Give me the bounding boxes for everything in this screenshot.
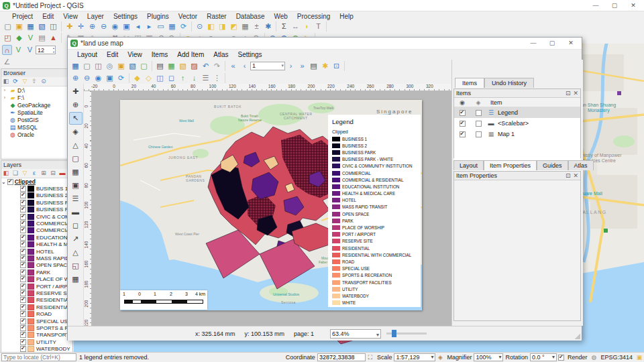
save-project-as-icon[interactable]: ▧ (37, 21, 47, 32)
zoom-out-icon[interactable]: ⊖ (99, 21, 109, 32)
layer-row[interactable]: RESIDENTIAL (1, 297, 72, 304)
minimize-icon[interactable]: — (524, 38, 543, 49)
browser-item[interactable]: › ▰ F:\ (1, 94, 72, 101)
item-lock-checkbox[interactable] (476, 131, 482, 137)
zoom-last-icon[interactable]: ◂ (133, 21, 143, 32)
add-legend-icon[interactable]: ☰ (69, 192, 83, 205)
tab-undo-history[interactable]: Undo History (484, 78, 534, 88)
layer-row[interactable]: UTILITY (1, 339, 72, 345)
layer-row[interactable]: RESIDENTIAL WITH COMMERCIAL (1, 304, 72, 310)
menu-item[interactable]: Layer (83, 13, 109, 20)
menu-item[interactable]: Items (147, 51, 172, 58)
refresh-icon[interactable]: ⟳ (178, 21, 189, 32)
layer-row[interactable]: BUSINESS 2 (1, 192, 72, 199)
menu-item[interactable]: Database (231, 13, 270, 20)
close-icon[interactable]: ✕ (561, 38, 580, 49)
menu-item[interactable]: Plugins (142, 13, 174, 20)
main-titlebar[interactable]: Q *Untitled Project - QGIS —▢✕ (0, 0, 644, 11)
tab-atlas[interactable]: Atlas (568, 160, 594, 170)
layer-row[interactable]: OPEN SPACE (1, 262, 72, 269)
legend-item[interactable]: Legend Clipped BUSINESS 1 BUSIN (328, 115, 421, 307)
layer-row[interactable]: HOTEL (1, 248, 72, 255)
layout-zoom-slider[interactable] (386, 333, 427, 335)
lock-items-icon[interactable]: ◆ (132, 73, 142, 83)
ungroup-items-icon[interactable]: ◻ (166, 73, 176, 83)
browser-item[interactable]: ◍ Oracle (1, 131, 72, 138)
layer-visibility-checkbox[interactable] (20, 214, 26, 220)
add-pages-icon[interactable]: ▢ (139, 61, 149, 71)
deselect-features-icon[interactable]: ◨ (217, 21, 227, 32)
scale-combo[interactable]: 1:57,129 (394, 353, 435, 361)
layer-row[interactable]: PLACE OF WORSHIP (1, 276, 72, 282)
layer-row[interactable]: SPORTS & RECREATION (1, 324, 72, 331)
new-project-icon[interactable]: ▢ (3, 21, 13, 32)
layer-visibility-checkbox[interactable] (20, 235, 26, 241)
lock-scale-icon[interactable]: ◈ (436, 353, 444, 361)
layer-visibility-checkbox[interactable] (20, 206, 26, 213)
layer-visibility-checkbox[interactable] (20, 262, 26, 268)
layer-visibility-checkbox[interactable] (20, 227, 26, 233)
float-panel-icon[interactable]: ⊡ (566, 172, 571, 179)
identify-features-icon[interactable]: ⊙ (195, 21, 205, 32)
text-annotation-icon[interactable]: T (313, 21, 323, 32)
pan-layout-icon[interactable]: ✚ (69, 85, 83, 98)
layer-row[interactable]: PARK (1, 269, 72, 276)
layer-row[interactable]: ROAD (1, 310, 72, 317)
layer-visibility-checkbox[interactable] (20, 200, 26, 206)
refresh-browser-icon[interactable]: ⟳ (11, 77, 19, 85)
add-node-item-icon[interactable]: △ (69, 246, 83, 259)
close-panel-icon[interactable]: ✕ (573, 172, 578, 179)
properties-widget-icon[interactable]: ⊙ (40, 77, 48, 85)
layer-row[interactable]: PORT / AIRPORT (1, 283, 72, 290)
layer-visibility-checkbox[interactable] (20, 241, 26, 247)
layout-canvas[interactable]: TreeTop Walk CENTRAL WATER CATCHMENT BUK… (92, 91, 451, 326)
layer-row[interactable]: RESERVE SITE (1, 290, 72, 296)
snap-segment-icon[interactable]: V (25, 45, 35, 55)
zoom-full-icon[interactable]: ▣ (105, 73, 115, 83)
zoom-full-icon[interactable]: ▣ (121, 21, 131, 32)
open-template-icon[interactable]: ▣ (116, 61, 126, 71)
add-arrow-icon[interactable]: ↗ (69, 233, 83, 245)
browser-item[interactable]: › ▰ D:\ (1, 86, 72, 94)
filter-legend-icon[interactable]: ▽ (21, 169, 29, 177)
layer-visibility-checkbox[interactable] (20, 325, 26, 331)
save-project-icon[interactable]: ▦ (25, 21, 36, 32)
pan-map-icon[interactable]: ✚ (64, 21, 74, 32)
item-visibility-checkbox[interactable] (460, 131, 466, 137)
align-items-icon[interactable]: ☰ (201, 73, 211, 83)
browser-item[interactable]: ◆ GeoPackage (1, 101, 72, 109)
add-raster-layer-icon[interactable]: ▤ (37, 33, 47, 43)
redo-icon[interactable]: ↷ (212, 61, 222, 71)
epsg-label[interactable]: EPSG:3414 (600, 354, 633, 361)
snap-vertex-icon[interactable]: V (13, 45, 23, 55)
menu-item[interactable]: Project (7, 13, 38, 20)
layer-row[interactable]: HEALTH & MEDICAL CARE (1, 241, 72, 248)
menu-item[interactable]: Raster (202, 13, 231, 20)
add-vector-layer-icon[interactable]: V (25, 33, 36, 43)
expand-arrow-icon[interactable]: › (1, 88, 8, 93)
tab-guides[interactable]: Guides (537, 160, 568, 170)
layer-visibility-checkbox[interactable] (20, 318, 26, 324)
zoom-layout-icon[interactable]: ⊕ (69, 99, 83, 111)
unlock-items-icon[interactable]: ◇ (144, 73, 154, 83)
tab-items[interactable]: Items (455, 78, 484, 88)
collapse-arrow-icon[interactable]: ⌄ (1, 179, 6, 185)
render-checkbox[interactable] (558, 355, 564, 361)
add-shape-icon[interactable]: ◻ (69, 219, 83, 232)
menu-item[interactable]: Processing (292, 13, 335, 20)
expand-arrow-icon[interactable]: › (1, 95, 8, 100)
menu-item[interactable]: Vector (174, 13, 202, 20)
group-items-icon[interactable]: ◫ (155, 73, 165, 83)
collapse-all-icon[interactable]: ⇧ (30, 77, 38, 85)
magnifier-spinner[interactable]: 100% (474, 353, 503, 361)
atlas-prev-icon[interactable]: ‹ (239, 61, 250, 71)
expand-all-icon[interactable]: ⊞ (40, 169, 48, 177)
collapse-all-layers-icon[interactable]: ⊟ (49, 169, 57, 177)
item-lock-checkbox[interactable] (476, 121, 482, 127)
close-panel-icon[interactable]: ✕ (573, 90, 578, 97)
layer-visibility-checkbox[interactable] (20, 192, 26, 198)
resize-grip[interactable] (575, 334, 580, 339)
maximize-icon[interactable]: ▢ (605, 0, 624, 11)
zoom-to-layer-icon[interactable]: ▭ (156, 21, 166, 32)
atlas-print-icon[interactable]: ▤ (309, 61, 319, 71)
